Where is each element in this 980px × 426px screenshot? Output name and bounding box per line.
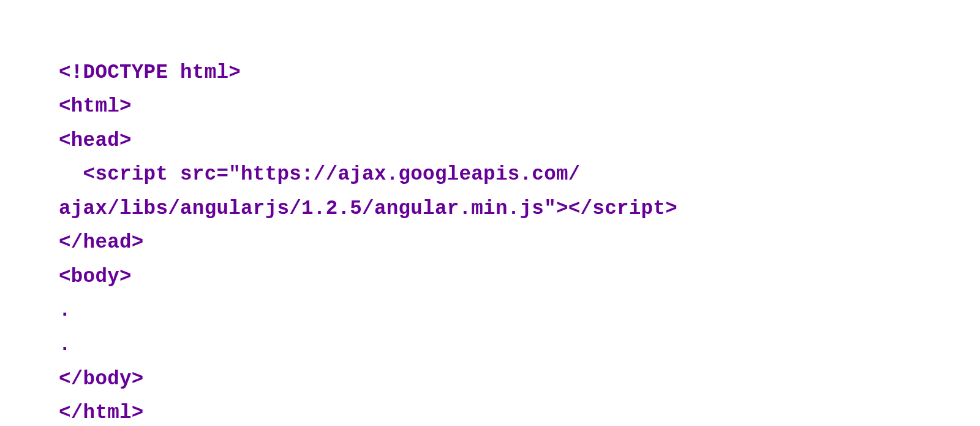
code-line: <script src="https://ajax.googleapis.com…	[59, 163, 581, 186]
code-line: <body>	[59, 265, 132, 288]
code-line: <html>	[59, 95, 132, 118]
code-line: </body>	[59, 368, 144, 390]
code-line: </head>	[59, 231, 144, 254]
code-line: .	[59, 333, 71, 356]
code-snippet: <!DOCTYPE html> <html> <head> <script sr…	[0, 20, 980, 427]
code-line: .	[59, 299, 71, 322]
code-line: </html>	[59, 401, 144, 424]
code-line: <head>	[59, 129, 132, 152]
code-line: <!DOCTYPE html>	[59, 61, 241, 84]
code-line: ajax/libs/angularjs/1.2.5/angular.min.js…	[59, 197, 677, 220]
